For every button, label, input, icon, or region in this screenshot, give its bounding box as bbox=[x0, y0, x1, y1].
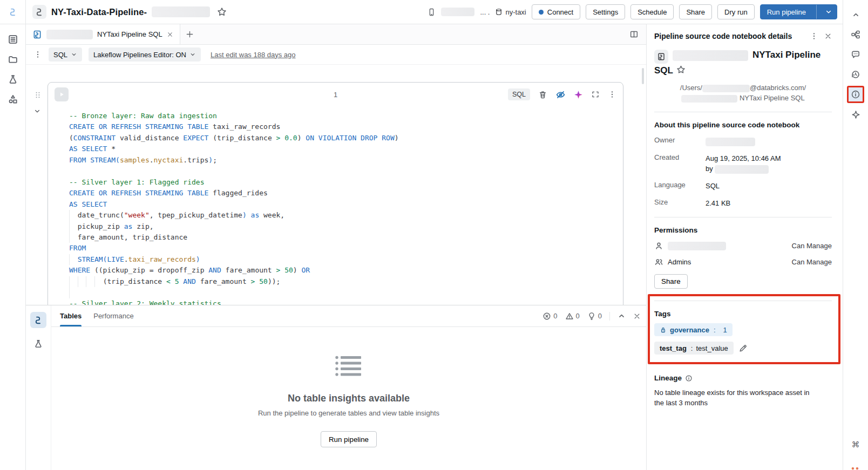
info-icon[interactable] bbox=[685, 374, 693, 382]
tab-tables[interactable]: Tables bbox=[60, 305, 82, 326]
tag-key: test_tag bbox=[660, 344, 687, 352]
about-row-label: Language bbox=[654, 181, 706, 189]
code-line: STREAM(LIVE.taxi_raw_records) bbox=[69, 254, 623, 265]
tag-value: test_value bbox=[696, 344, 728, 352]
about-row-value: Aug 19, 2025, 10:46 AMby bbox=[706, 153, 832, 174]
sparkle-outline-button[interactable] bbox=[851, 110, 860, 119]
pipeline-icon bbox=[7, 6, 19, 18]
tag-key: governance bbox=[670, 326, 709, 334]
chevron-up-button[interactable] bbox=[851, 10, 860, 19]
permission-row: AdminsCan Manage bbox=[654, 257, 832, 267]
code-line: (CONSTRAINT valid_distance EXPECT (trip_… bbox=[69, 133, 623, 144]
favorite-star-icon[interactable] bbox=[676, 65, 686, 74]
language-selector[interactable]: SQL bbox=[49, 47, 82, 62]
compute-context[interactable]: ny-taxi bbox=[495, 8, 526, 16]
redacted-folder bbox=[681, 95, 737, 103]
code-line: FROM STREAM(samples.nyctaxi.trips); bbox=[69, 155, 623, 166]
flask-button[interactable] bbox=[8, 74, 18, 85]
shapes-button[interactable] bbox=[8, 94, 18, 105]
tag-row: test_tag : test_value bbox=[654, 342, 832, 355]
cell-collapse-chevron[interactable] bbox=[33, 107, 42, 115]
bottom-panel: Tables Performance 000 No table in bbox=[26, 305, 646, 470]
connect-status-dot bbox=[539, 10, 544, 15]
permission-level: Can Manage bbox=[792, 242, 832, 250]
comment-button[interactable] bbox=[851, 50, 860, 59]
about-row-label: Created bbox=[654, 153, 706, 161]
tag-chip-governance[interactable]: governance :1 bbox=[654, 323, 733, 336]
redacted-compute bbox=[441, 8, 474, 16]
command-icon[interactable]: ⌘ bbox=[843, 440, 868, 449]
person-icon bbox=[654, 241, 663, 250]
compute-name: ny-taxi bbox=[505, 8, 526, 16]
tag-chip-test_tag[interactable]: test_tag : test_value bbox=[654, 342, 734, 355]
contents-button[interactable] bbox=[8, 34, 18, 45]
lock-icon bbox=[660, 326, 667, 333]
schedule-button[interactable]: Schedule bbox=[630, 4, 674, 19]
schema-button[interactable] bbox=[851, 30, 860, 39]
history-button[interactable] bbox=[851, 70, 860, 79]
insights-empty-icon bbox=[335, 355, 363, 378]
pipeline-type-icon-box bbox=[32, 5, 46, 19]
code-cell[interactable]: 1 SQL -- Bronze layer: Raw data ingestio… bbox=[48, 82, 623, 305]
divider bbox=[609, 312, 610, 321]
folder-button[interactable] bbox=[8, 54, 18, 65]
tag-row: governance :1 bbox=[654, 323, 832, 336]
pipeline-panel-button[interactable] bbox=[30, 312, 46, 328]
pencil-icon[interactable] bbox=[738, 344, 748, 353]
dry-run-button[interactable]: Dry run bbox=[717, 4, 755, 19]
run-pipeline-button[interactable]: Run pipeline bbox=[760, 4, 837, 19]
details-kebab-icon[interactable] bbox=[810, 32, 818, 40]
redacted-value bbox=[715, 165, 769, 174]
run-pipeline-dropdown[interactable] bbox=[820, 8, 837, 16]
share-button[interactable]: Share bbox=[679, 4, 712, 19]
shapes-icon bbox=[8, 94, 18, 105]
code-line: FROM bbox=[69, 243, 623, 254]
run-pipeline-empty-button[interactable]: Run pipeline bbox=[321, 431, 377, 447]
notebook-icon bbox=[657, 52, 666, 61]
connect-button[interactable]: Connect bbox=[532, 4, 580, 19]
button-divider bbox=[816, 5, 817, 19]
close-tab-icon[interactable] bbox=[167, 31, 173, 38]
flask-icon bbox=[8, 74, 18, 85]
about-rows: OwnerCreatedAug 19, 2025, 10:46 AMby Lan… bbox=[654, 136, 832, 208]
tab-label: NYTaxi Pipeline SQL bbox=[97, 30, 162, 38]
expand-panel-icon[interactable] bbox=[618, 312, 626, 320]
new-tab-button[interactable] bbox=[180, 24, 200, 44]
info-button[interactable] bbox=[847, 86, 864, 103]
code-line: pickup_zip as zip, bbox=[69, 221, 623, 232]
code-line: AS SELECT bbox=[69, 199, 623, 210]
bottom-panel-tabs: Tables Performance 000 bbox=[51, 305, 646, 327]
share-permissions-button[interactable]: Share bbox=[654, 274, 688, 289]
close-panel-icon[interactable] bbox=[633, 312, 641, 320]
code-line: WHERE ((pickup_zip = dropoff_zip AND far… bbox=[69, 265, 623, 276]
device-icon bbox=[428, 8, 436, 16]
tab-nytaxi-pipeline-sql[interactable]: NYTaxi Pipeline SQL bbox=[26, 24, 180, 44]
kebab-menu-icon[interactable] bbox=[33, 50, 42, 59]
details-close-icon[interactable] bbox=[824, 32, 832, 40]
code-line: CREATE OR REFRESH STREAMING TABLE taxi_r… bbox=[69, 121, 623, 132]
settings-button[interactable]: Settings bbox=[586, 4, 625, 19]
warning-counter[interactable]: 0 bbox=[565, 312, 580, 321]
error-circle-counter[interactable]: 0 bbox=[542, 312, 557, 321]
lakeflow-editor-toggle[interactable]: Lakeflow Pipelines Editor: ON bbox=[89, 47, 201, 62]
code-lines[interactable]: -- Bronze layer: Raw data ingestionCREAT… bbox=[48, 106, 623, 305]
code-line: (trip_distance < 5 AND fare_amount > 50)… bbox=[69, 276, 623, 287]
redacted-value bbox=[706, 138, 755, 146]
people-icon bbox=[654, 257, 663, 267]
code-line: date_trunc("week", tpep_pickup_datetime)… bbox=[69, 210, 623, 221]
workspace-pipeline-logo[interactable] bbox=[0, 0, 26, 24]
notebook-icon bbox=[32, 30, 42, 39]
last-edit-link[interactable]: Last edit was 188 days ago bbox=[211, 51, 296, 59]
split-view-icon[interactable] bbox=[629, 30, 639, 39]
plus-icon bbox=[186, 30, 194, 38]
database-icon bbox=[495, 8, 503, 16]
flask-panel-button[interactable] bbox=[30, 336, 46, 352]
notification-fragment: ●● bbox=[851, 465, 860, 470]
cell-drag-handle[interactable] bbox=[33, 91, 42, 99]
favorite-star-icon[interactable] bbox=[217, 7, 227, 17]
tab-performance[interactable]: Performance bbox=[93, 305, 133, 326]
editor-scrollbar[interactable] bbox=[642, 68, 644, 84]
schema-icon bbox=[851, 30, 860, 39]
bulb-counter[interactable]: 0 bbox=[587, 312, 602, 321]
tag-separator: : bbox=[691, 344, 693, 352]
